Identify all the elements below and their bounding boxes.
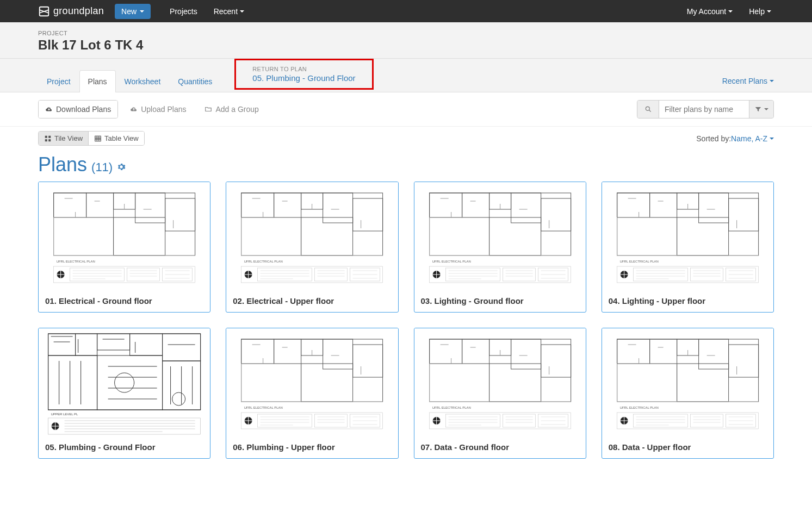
tab-quantities[interactable]: Quantities [169, 70, 221, 92]
svg-rect-49 [617, 193, 758, 255]
svg-rect-77 [241, 339, 383, 402]
caret-down-icon [764, 108, 768, 110]
tab-worksheet[interactable]: Worksheet [116, 70, 170, 92]
svg-rect-40 [541, 198, 571, 231]
tile-view-button[interactable]: Tile View [39, 132, 88, 145]
top-navbar: groundplan New Projects Recent My Accoun… [0, 0, 812, 22]
search-button[interactable] [637, 101, 659, 118]
nav-my-account[interactable]: My Account [679, 2, 741, 21]
svg-rect-39 [511, 193, 541, 223]
new-button[interactable]: New [115, 4, 151, 19]
download-plans-button[interactable]: Download Plans [39, 101, 117, 118]
svg-rect-53 [698, 193, 728, 223]
caret-down-icon [140, 10, 144, 13]
svg-point-1 [646, 107, 649, 110]
brand-logo-icon [38, 5, 50, 17]
filter-dropdown-button[interactable] [749, 101, 773, 118]
svg-rect-2 [45, 135, 47, 138]
svg-rect-4 [45, 139, 47, 141]
svg-rect-27 [241, 217, 301, 255]
brand-logo-link[interactable]: groundplan [38, 5, 104, 17]
nav-projects[interactable]: Projects [162, 2, 206, 21]
plan-tile[interactable]: UFRL ELECTRICAL PLAN 07. Data - Ground f… [414, 328, 586, 459]
sort-label: Sorted by: [696, 134, 731, 143]
svg-rect-96 [541, 345, 571, 377]
table-view-button[interactable]: Table View [88, 132, 144, 145]
plan-tile-title: 03. Lighting - Ground floor [414, 291, 586, 312]
svg-rect-51 [649, 193, 677, 217]
plan-tile[interactable]: UFRL ELECTRICAL PLAN 08. Data - Upper fl… [602, 328, 774, 459]
svg-rect-88 [258, 414, 312, 427]
sort-dropdown[interactable]: Name, A-Z [731, 134, 774, 143]
svg-rect-13 [54, 217, 114, 255]
return-label: RETURN TO PLAN [252, 66, 355, 72]
plans-heading: Plans (11) [0, 150, 812, 182]
table-icon [94, 135, 102, 142]
svg-rect-65 [76, 334, 97, 355]
svg-rect-107 [649, 339, 677, 364]
caret-down-icon [770, 80, 774, 82]
svg-rect-18 [70, 268, 125, 281]
svg-rect-66 [97, 334, 130, 350]
search-icon [644, 105, 652, 113]
svg-rect-67 [130, 334, 163, 355]
plan-thumbnail: UFRL ELECTRICAL PLAN [226, 328, 398, 437]
svg-rect-97 [429, 364, 489, 402]
nav-help[interactable]: Help [741, 2, 779, 21]
plan-tile[interactable]: UPPER LEVEL PL 05. Plumbing - Ground Flo… [38, 328, 210, 459]
project-header: PROJECT Blk 17 Lot 6 TK 4 [0, 22, 812, 59]
svg-rect-32 [258, 268, 312, 281]
svg-rect-60 [633, 268, 687, 281]
svg-rect-37 [462, 193, 489, 217]
svg-text:UFRL ELECTRICAL PLAN: UFRL ELECTRICAL PLAN [244, 406, 283, 409]
plans-toolbar: Download Plans Upload Plans Add a Group [0, 92, 812, 127]
plan-thumbnail: UFRL ELECTRICAL PLAN [226, 182, 398, 291]
svg-rect-92 [429, 339, 462, 364]
project-title: Blk 17 Lot 6 TK 4 [38, 38, 774, 53]
add-group-button[interactable]: Add a Group [198, 101, 265, 118]
svg-rect-93 [462, 339, 489, 364]
svg-rect-5 [48, 139, 51, 141]
svg-rect-111 [617, 364, 677, 402]
svg-point-73 [172, 392, 185, 405]
svg-rect-23 [274, 193, 301, 217]
plans-title-link[interactable]: Plans [38, 153, 87, 176]
plan-thumbnail: UPPER LEVEL PL [39, 328, 210, 437]
tab-plans[interactable]: Plans [79, 70, 116, 92]
svg-rect-33 [315, 268, 348, 281]
svg-rect-54 [728, 198, 758, 231]
filter-plans-input[interactable] [659, 101, 749, 118]
return-to-plan-callout: RETURN TO PLAN 05. Plumbing - Ground Flo… [234, 59, 373, 90]
svg-rect-102 [445, 414, 500, 427]
nav-recent[interactable]: Recent [206, 2, 252, 21]
recent-plans-dropdown[interactable]: Recent Plans [722, 70, 774, 92]
upload-plans-button[interactable]: Upload Plans [123, 101, 193, 118]
plan-tile-title: 07. Data - Ground floor [414, 437, 586, 458]
return-plan-link[interactable]: 05. Plumbing - Ground Floor [252, 73, 355, 83]
plan-tile-title: 05. Plumbing - Ground Floor [39, 437, 210, 458]
plan-tile[interactable]: UFRL ELECTRICAL PLAN 03. Lighting - Grou… [414, 182, 586, 313]
plan-thumbnail: UFRL ELECTRICAL PLAN [414, 328, 586, 437]
caret-down-icon [770, 138, 774, 140]
svg-rect-78 [241, 339, 274, 364]
plan-tile[interactable]: UFRL ELECTRICAL PLAN 02. Electrical - Up… [226, 182, 398, 313]
plan-tile[interactable]: UFRL ELECTRICAL PLAN 04. Lighting - Uppe… [602, 182, 774, 313]
svg-rect-61 [690, 268, 723, 281]
svg-rect-106 [617, 339, 649, 364]
grid-icon [44, 135, 52, 142]
plans-settings-button[interactable] [117, 163, 126, 171]
cloud-upload-icon [130, 105, 138, 113]
tab-project[interactable]: Project [38, 70, 79, 92]
plan-tile-title: 06. Plumbing - Upper floor [226, 437, 398, 458]
svg-rect-7 [54, 193, 195, 255]
plan-tile[interactable]: UFRL ELECTRICAL PLAN 01. Electrical - Gr… [38, 182, 210, 313]
svg-rect-11 [135, 193, 165, 223]
svg-rect-79 [274, 339, 301, 364]
svg-rect-70 [97, 355, 163, 410]
svg-rect-117 [690, 414, 723, 427]
svg-rect-8 [54, 193, 86, 217]
svg-rect-26 [353, 198, 383, 231]
svg-rect-95 [511, 339, 541, 369]
svg-point-72 [115, 373, 134, 392]
plan-tile[interactable]: UFRL ELECTRICAL PLAN 06. Plumbing - Uppe… [226, 328, 398, 459]
